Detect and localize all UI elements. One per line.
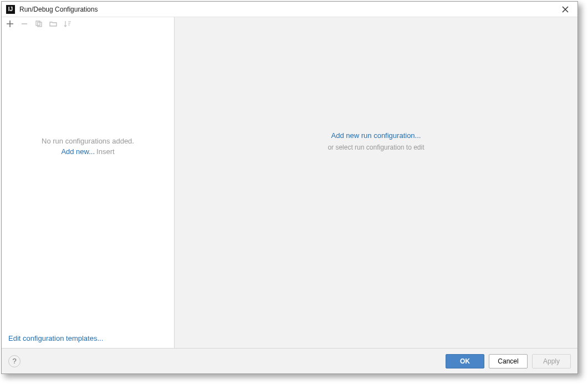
main-empty-state: Add new run configuration... or select r…: [328, 131, 424, 151]
dialog-footer: ? OK Cancel Apply: [2, 348, 577, 373]
apply-button[interactable]: Apply: [532, 354, 571, 368]
close-button[interactable]: [558, 3, 573, 16]
sidebar-add-line: Add new...Insert: [61, 147, 114, 156]
sidebar-add-hint: Insert: [96, 147, 115, 156]
footer-buttons: OK Cancel Apply: [446, 354, 571, 368]
run-debug-configurations-dialog: IJ Run/Debug Configurations: [1, 1, 578, 374]
main-panel: Add new run configuration... or select r…: [175, 17, 577, 348]
dialog-body: No run configurations added. Add new...I…: [2, 17, 577, 348]
no-configs-text: No run configurations added.: [42, 137, 134, 145]
edit-templates-link[interactable]: Edit configuration templates...: [8, 334, 103, 342]
window-title: Run/Debug Configurations: [19, 6, 98, 13]
sidebar-empty-state: No run configurations added. Add new...I…: [2, 17, 174, 329]
main-add-config-link[interactable]: Add new run configuration...: [328, 131, 424, 140]
cancel-button[interactable]: Cancel: [489, 354, 528, 368]
sidebar-footer: Edit configuration templates...: [2, 329, 174, 348]
app-icon: IJ: [6, 5, 15, 14]
help-button[interactable]: ?: [8, 355, 21, 367]
sidebar-add-new-link[interactable]: Add new...: [61, 147, 95, 156]
titlebar: IJ Run/Debug Configurations: [2, 2, 577, 17]
main-hint-text: or select run configuration to edit: [328, 144, 424, 151]
close-icon: [562, 6, 569, 13]
sidebar: No run configurations added. Add new...I…: [2, 17, 175, 348]
ok-button[interactable]: OK: [446, 354, 484, 368]
help-icon: ?: [12, 357, 16, 365]
